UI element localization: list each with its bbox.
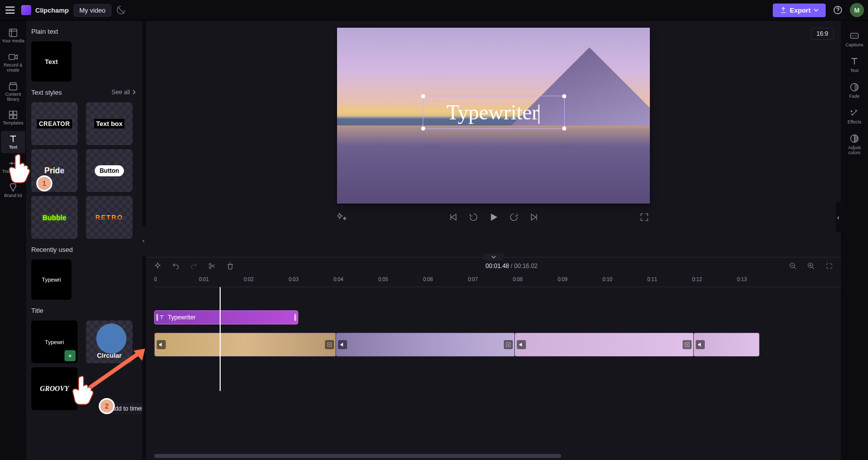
app-logo[interactable]: Clipchamp	[21, 5, 69, 15]
delete-button[interactable]	[225, 260, 236, 272]
timeline-collapse-toggle[interactable]	[484, 253, 504, 260]
zoom-out-button[interactable]	[787, 260, 798, 272]
transitions-icon	[8, 158, 18, 168]
text-tile-plain[interactable]: Text	[31, 41, 72, 82]
recent-tile-typewriter[interactable]: Typewri	[31, 259, 72, 300]
timeline-tracks[interactable]: Typewriter	[154, 287, 841, 451]
canvas-text[interactable]: Typewriter	[446, 100, 541, 124]
clip-menu-icon[interactable]	[325, 340, 334, 349]
nav-label: Record & create	[1, 63, 25, 73]
current-time: 00:01.48	[486, 262, 509, 270]
prop-adjust-colors[interactable]: Adjust colors	[842, 130, 866, 158]
audio-icon[interactable]	[696, 340, 705, 349]
undo-button[interactable]	[170, 260, 181, 272]
audio-icon[interactable]	[157, 340, 166, 349]
forward-button[interactable]	[508, 212, 519, 223]
video-clip-2[interactable]	[336, 333, 515, 357]
resize-handle-tr[interactable]	[562, 94, 566, 98]
rewind-button[interactable]	[468, 212, 479, 223]
video-clip-3[interactable]	[514, 333, 694, 357]
audio-icon[interactable]	[517, 340, 526, 349]
redo-button[interactable]	[188, 260, 199, 272]
nav-templates[interactable]: Templates	[1, 107, 25, 129]
split-button[interactable]	[207, 260, 218, 272]
fit-zoom-button[interactable]	[824, 260, 835, 272]
aspect-ratio-selector[interactable]: 16:9	[811, 28, 834, 40]
project-name-input[interactable]: My video	[74, 4, 111, 17]
prop-label: Adjust colors	[842, 145, 866, 155]
hamburger-menu[interactable]	[4, 4, 16, 16]
tile-label: CREATOR	[37, 119, 72, 128]
video-track[interactable]	[154, 333, 841, 357]
text-track[interactable]: Typewriter	[154, 305, 841, 330]
scrollbar-thumb[interactable]	[154, 454, 561, 458]
prop-text[interactable]: Text	[842, 53, 866, 76]
nav-transitions[interactable]: Transitions	[1, 155, 25, 177]
prop-captions[interactable]: Captions	[842, 28, 866, 50]
user-avatar[interactable]: M	[850, 3, 864, 17]
skip-back-button[interactable]	[448, 212, 459, 223]
resize-handle-tl[interactable]	[421, 94, 425, 98]
logo-icon	[21, 5, 31, 15]
style-tile-bubble[interactable]: Bubble	[31, 196, 78, 239]
time-display: 00:01.48 / 00:16.02	[486, 262, 538, 270]
add-to-timeline-button[interactable]: +	[64, 350, 76, 361]
chevron-down-icon	[814, 8, 819, 13]
fullscreen-button[interactable]	[639, 212, 650, 223]
nav-text[interactable]: Text	[1, 131, 25, 153]
nav-content-library[interactable]: Content library	[1, 78, 25, 105]
style-tile-textbox[interactable]: Text box	[86, 102, 132, 145]
title-tile-typewriter[interactable]: Typewri +	[31, 320, 78, 363]
ruler-tick: 0:09	[558, 277, 567, 282]
see-all-link[interactable]: See all	[111, 89, 137, 96]
play-button[interactable]	[488, 212, 499, 223]
top-bar: Clipchamp My video Export M	[0, 0, 868, 21]
style-tile-retro[interactable]: RETRO	[86, 196, 132, 239]
zoom-in-button[interactable]	[806, 260, 817, 272]
brand-icon	[8, 182, 18, 192]
video-clip-4[interactable]	[693, 333, 760, 357]
svg-rect-4	[10, 83, 16, 84]
clip-menu-icon[interactable]	[683, 340, 692, 349]
clip-trim-left[interactable]	[156, 314, 158, 321]
text-element-selection[interactable]: Typewriter	[423, 96, 565, 129]
resize-handle-br[interactable]	[562, 126, 566, 130]
resize-handle-bl[interactable]	[421, 126, 425, 130]
tile-label: RETRO	[95, 214, 123, 221]
text-clip[interactable]: Typewriter	[154, 310, 298, 324]
panel-collapse-toggle[interactable]: ‹	[141, 226, 146, 256]
svg-rect-6	[14, 111, 17, 115]
tile-label: Button	[95, 165, 124, 176]
style-tile-button[interactable]: Button	[86, 149, 132, 192]
clip-menu-icon[interactable]	[504, 340, 513, 349]
title-tile-groovy[interactable]: GROOVY	[31, 367, 78, 410]
prop-fade[interactable]: Fade	[842, 79, 866, 102]
video-canvas[interactable]: Typewriter	[337, 28, 650, 204]
timeline-scrollbar[interactable]	[154, 453, 833, 458]
bg-water	[337, 125, 650, 204]
nav-label: Transitions	[2, 169, 24, 174]
tile-label: Typewri	[45, 339, 64, 345]
nav-record-create[interactable]: Record & create	[1, 49, 25, 76]
plain-text-heading: Plain text	[31, 28, 137, 35]
prop-label: Effects	[847, 119, 861, 124]
prop-effects[interactable]: Effects	[842, 105, 866, 127]
nav-label: Content library	[1, 92, 25, 102]
svg-rect-3	[10, 84, 17, 90]
clip-trim-right[interactable]	[294, 314, 296, 321]
ai-enhance-button[interactable]	[337, 212, 348, 223]
export-button[interactable]: Export	[773, 4, 826, 17]
audio-icon[interactable]	[338, 340, 347, 349]
tile-label: Text	[45, 58, 58, 65]
video-clip-1[interactable]	[154, 333, 337, 357]
help-button[interactable]	[831, 3, 845, 17]
style-tile-pride[interactable]: Pride	[31, 149, 78, 192]
timeline-ruler[interactable]: 00:010:020:030:040:050:060:070:080:090:1…	[154, 275, 841, 287]
library-icon	[8, 81, 18, 91]
nav-your-media[interactable]: Your media	[1, 25, 25, 47]
magic-button[interactable]	[152, 260, 163, 272]
nav-brand-kit[interactable]: Brand kit	[1, 179, 25, 202]
style-tile-creator[interactable]: CREATOR	[31, 102, 78, 145]
right-panel-expand-toggle[interactable]: ‹	[836, 202, 841, 232]
skip-forward-button[interactable]	[528, 212, 540, 223]
